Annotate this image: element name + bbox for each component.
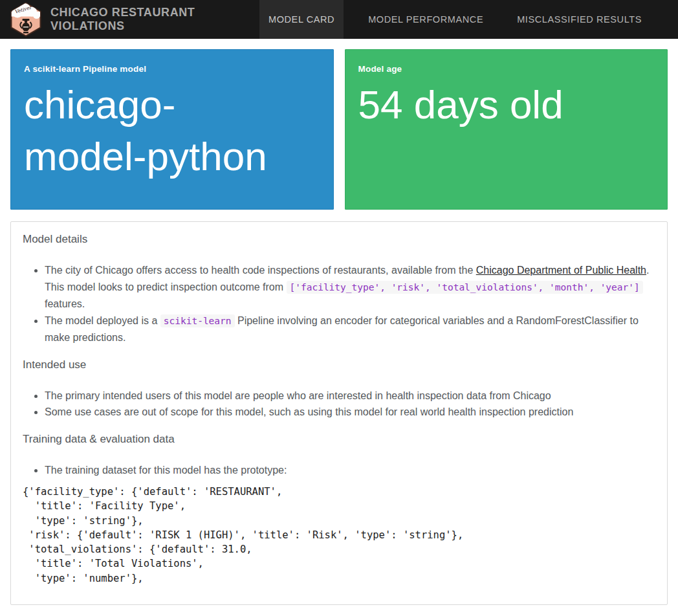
brand: Vetiver CHICAGO RESTAURANT VIOLATIONS	[0, 0, 195, 39]
brand-title: CHICAGO RESTAURANT VIOLATIONS	[50, 6, 195, 33]
value-box-row: A scikit-learn Pipeline model chicago-mo…	[10, 49, 668, 210]
navbar-tabs: MODEL CARD MODEL PERFORMANCE MISCLASSIFI…	[259, 0, 678, 39]
model-card-panel: Model details The city of Chicago offers…	[10, 221, 668, 605]
navbar: Vetiver CHICAGO RESTAURANT VIOLATIONS MO…	[0, 0, 678, 39]
bullet-text: features.	[45, 298, 85, 309]
section-heading-training-data: Training data & evaluation data	[23, 432, 655, 446]
tab-model-card[interactable]: MODEL CARD	[259, 0, 344, 39]
training-data-list: The training dataset for this model has …	[23, 462, 655, 479]
value-box-model-name: A scikit-learn Pipeline model chicago-mo…	[10, 49, 334, 210]
public-health-link[interactable]: Chicago Department of Public Health	[476, 265, 646, 276]
brand-title-line1: CHICAGO RESTAURANT	[50, 6, 195, 19]
section-heading-intended-use: Intended use	[23, 358, 655, 372]
tab-model-performance[interactable]: MODEL PERFORMANCE	[359, 0, 492, 39]
list-item: The model deployed is a scikit-learn Pip…	[45, 313, 655, 346]
list-item: The city of Chicago offers access to hea…	[45, 262, 655, 313]
value-box-model-age: Model age 54 days old	[345, 49, 668, 210]
list-item: The primary intended users of this model…	[45, 388, 655, 404]
section-heading-model-details: Model details	[23, 232, 655, 247]
list-item: The training dataset for this model has …	[45, 462, 655, 479]
brand-title-line2: VIOLATIONS	[50, 19, 195, 33]
tab-misclassified-results[interactable]: MISCLASSIFIED RESULTS	[508, 0, 651, 39]
prototype-code-block: {'facility_type': {'default': 'RESTAURAN…	[23, 485, 655, 586]
vetiver-logo-icon: Vetiver	[9, 2, 43, 37]
value-box-age-value: 54 days old	[358, 79, 655, 131]
value-box-model-value: chicago-model-python	[24, 79, 292, 182]
features-code: ['facility_type', 'risk', 'total_violati…	[287, 281, 643, 294]
intended-use-list: The primary intended users of this model…	[23, 388, 655, 421]
bullet-text: The model deployed is a	[45, 315, 160, 326]
page-content: A scikit-learn Pipeline model chicago-mo…	[0, 49, 678, 605]
value-box-age-caption: Model age	[358, 64, 655, 74]
scikit-learn-code: scikit-learn	[160, 314, 235, 327]
model-details-list: The city of Chicago offers access to hea…	[23, 262, 655, 346]
bullet-text: The city of Chicago offers access to hea…	[45, 265, 476, 276]
list-item: Some use cases are out of scope for this…	[45, 404, 655, 421]
value-box-model-caption: A scikit-learn Pipeline model	[24, 64, 320, 74]
